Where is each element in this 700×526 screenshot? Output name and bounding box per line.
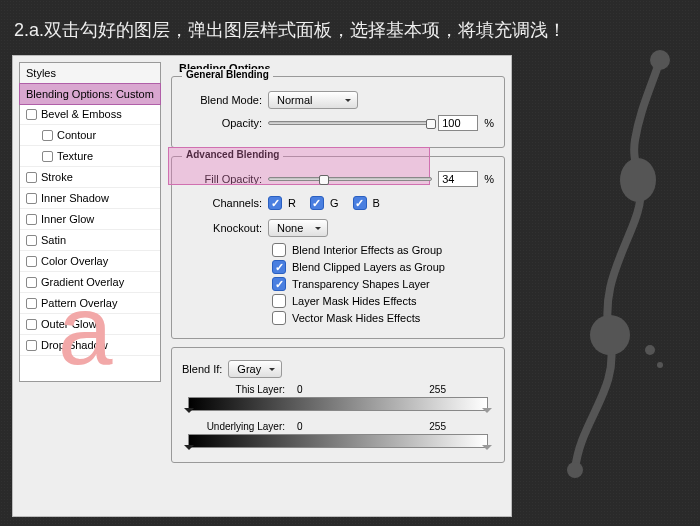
blend-mode-label: Blend Mode: — [182, 94, 262, 106]
checkbox-bevel[interactable] — [26, 109, 37, 120]
checkbox-stroke[interactable] — [26, 172, 37, 183]
watermark-a: a — [58, 281, 113, 379]
checkbox-drop-shadow[interactable] — [26, 340, 37, 351]
style-item-inner-shadow[interactable]: Inner Shadow — [20, 188, 160, 209]
style-label: Stroke — [41, 171, 73, 183]
fill-opacity-slider[interactable] — [268, 177, 432, 181]
this-layer-black-handle[interactable] — [184, 408, 194, 418]
percent-sign: % — [484, 117, 494, 129]
style-item-inner-glow[interactable]: Inner Glow — [20, 209, 160, 230]
svg-point-0 — [650, 50, 670, 70]
underlying-white-handle[interactable] — [482, 445, 492, 455]
checkbox-satin[interactable] — [26, 235, 37, 246]
blend-mode-select[interactable]: Normal — [268, 91, 358, 109]
opacity-input[interactable]: 100 — [438, 115, 478, 131]
checkbox-outer-glow[interactable] — [26, 319, 37, 330]
advanced-blending-group: Advanced Blending Fill Opacity: 34 % Cha… — [171, 156, 505, 339]
style-item-blending-options[interactable]: Blending Options: Custom — [19, 83, 161, 105]
layer-mask-hides-label: Layer Mask Hides Effects — [292, 295, 417, 307]
style-item-bevel-emboss[interactable]: Bevel & Emboss — [20, 104, 160, 125]
vector-mask-hides-label: Vector Mask Hides Effects — [292, 312, 420, 324]
styles-header: Styles — [20, 63, 160, 84]
style-label: Inner Shadow — [41, 192, 109, 204]
blend-clipped-checkbox[interactable] — [272, 260, 286, 274]
options-area: Blending Options General Blending Blend … — [171, 62, 505, 510]
channel-b-checkbox[interactable] — [353, 196, 367, 210]
this-layer-high: 255 — [429, 384, 446, 395]
channel-b-label: B — [373, 197, 380, 209]
layer-style-panel: Styles Blending Options: Custom Bevel & … — [12, 55, 512, 517]
checkbox-pattern-overlay[interactable] — [26, 298, 37, 309]
checkbox-inner-shadow[interactable] — [26, 193, 37, 204]
opacity-slider[interactable] — [268, 121, 432, 125]
transparency-shapes-label: Transparency Shapes Layer — [292, 278, 430, 290]
checkbox-gradient-overlay[interactable] — [26, 277, 37, 288]
checkbox-texture[interactable] — [42, 151, 53, 162]
blend-clipped-label: Blend Clipped Layers as Group — [292, 261, 445, 273]
style-label: Contour — [57, 129, 96, 141]
knockout-label: Knockout: — [182, 222, 262, 234]
checkbox-inner-glow[interactable] — [26, 214, 37, 225]
percent-sign: % — [484, 173, 494, 185]
blend-interior-label: Blend Interior Effects as Group — [292, 244, 442, 256]
layer-mask-hides-checkbox[interactable] — [272, 294, 286, 308]
style-item-stroke[interactable]: Stroke — [20, 167, 160, 188]
checkbox-contour[interactable] — [42, 130, 53, 141]
svg-point-2 — [590, 315, 630, 355]
svg-point-5 — [567, 462, 583, 478]
style-item-texture[interactable]: Texture — [20, 146, 160, 167]
style-label: Blending Options: Custom — [26, 88, 154, 100]
style-label: Inner Glow — [41, 213, 94, 225]
channel-g-checkbox[interactable] — [310, 196, 324, 210]
blend-interior-checkbox[interactable] — [272, 243, 286, 257]
instruction-text: 2.a.双击勾好的图层，弹出图层样式面板，选择基本项，将填充调浅！ — [14, 18, 566, 42]
style-label: Texture — [57, 150, 93, 162]
style-item-satin[interactable]: Satin — [20, 230, 160, 251]
svg-point-1 — [620, 158, 656, 202]
blend-if-select[interactable]: Gray — [228, 360, 282, 378]
underlying-layer-ramp[interactable] — [188, 434, 488, 448]
style-item-contour[interactable]: Contour — [20, 125, 160, 146]
channels-label: Channels: — [182, 197, 262, 209]
transparency-shapes-checkbox[interactable] — [272, 277, 286, 291]
blend-if-label: Blend If: — [182, 363, 222, 375]
style-label: Bevel & Emboss — [41, 108, 122, 120]
fill-opacity-slider-thumb[interactable] — [319, 175, 329, 185]
style-label: Color Overlay — [41, 255, 108, 267]
advanced-legend: Advanced Blending — [182, 149, 283, 160]
fill-opacity-label: Fill Opacity: — [182, 173, 262, 185]
underlying-high: 255 — [429, 421, 446, 432]
svg-point-3 — [645, 345, 655, 355]
opacity-label: Opacity: — [182, 117, 262, 129]
channel-g-label: G — [330, 197, 339, 209]
this-layer-white-handle[interactable] — [482, 408, 492, 418]
style-item-color-overlay[interactable]: Color Overlay — [20, 251, 160, 272]
opacity-slider-thumb[interactable] — [426, 119, 436, 129]
this-layer-label: This Layer: — [190, 384, 285, 395]
general-blending-group: General Blending Blend Mode: Normal Opac… — [171, 76, 505, 148]
underlying-layer-label: Underlying Layer: — [190, 421, 285, 432]
underlying-black-handle[interactable] — [184, 445, 194, 455]
channel-r-checkbox[interactable] — [268, 196, 282, 210]
checkbox-color-overlay[interactable] — [26, 256, 37, 267]
general-legend: General Blending — [182, 69, 273, 80]
fill-opacity-input[interactable]: 34 — [438, 171, 478, 187]
knockout-select[interactable]: None — [268, 219, 328, 237]
svg-point-4 — [657, 362, 663, 368]
channel-r-label: R — [288, 197, 296, 209]
blend-if-group: Blend If: Gray This Layer: 0 255 Underly… — [171, 347, 505, 463]
background-paint-splat — [540, 50, 690, 480]
vector-mask-hides-checkbox[interactable] — [272, 311, 286, 325]
style-label: Satin — [41, 234, 66, 246]
this-layer-ramp[interactable] — [188, 397, 488, 411]
styles-list: Styles Blending Options: Custom Bevel & … — [19, 62, 161, 382]
